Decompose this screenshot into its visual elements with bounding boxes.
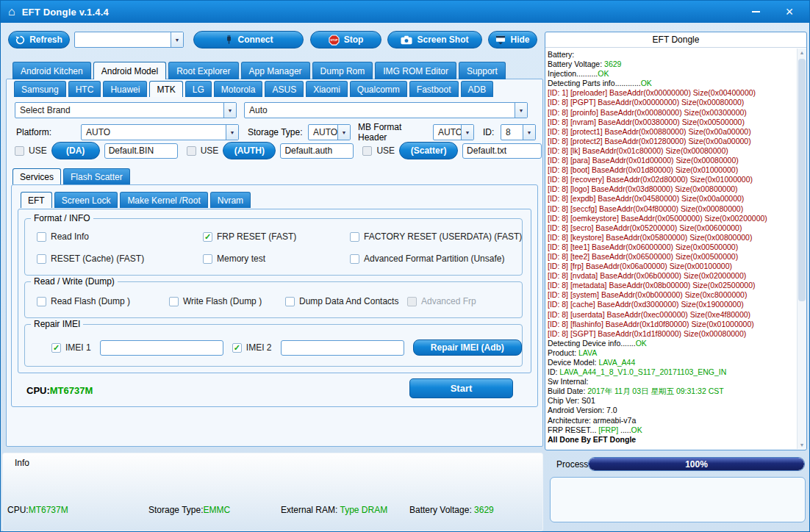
checkbox-frp-reset-fast[interactable]: ✓ (203, 232, 212, 242)
da-file-input[interactable] (104, 143, 178, 159)
tab-support[interactable]: Support (459, 62, 506, 79)
use-label: USE (201, 145, 219, 156)
minimize-button[interactable] (749, 5, 762, 18)
chevron-down-icon[interactable]: ▼ (523, 125, 535, 140)
auth-file-input[interactable] (280, 143, 354, 159)
use-scatter-checkbox-cell[interactable]: USE (362, 145, 395, 156)
scatter-button[interactable]: (Scatter) (399, 142, 458, 159)
tab-services[interactable]: Services (12, 168, 61, 184)
tab-screen-lock[interactable]: Screen Lock (54, 192, 118, 208)
model-select[interactable]: Auto ▼ (244, 102, 528, 118)
auth-button[interactable]: (AUTH) (223, 142, 276, 159)
id-label: ID: (483, 127, 501, 137)
checkbox-read-flash-dump[interactable] (37, 297, 46, 306)
da-button[interactable]: (DA) (51, 142, 100, 159)
repair-imei-adb-button[interactable]: Repair IMEI (Adb) (413, 339, 522, 356)
use-da-checkbox[interactable] (15, 146, 24, 156)
checkbox-item-factory-reset-userdata-fast[interactable]: FACTORY RESET (USERDATA) (FAST) (350, 231, 522, 242)
start-button[interactable]: Start (409, 378, 513, 398)
checkbox-read-info[interactable] (37, 232, 46, 242)
checkbox-advanced-format-partition-unsafe[interactable] (350, 254, 359, 264)
tab-samsung[interactable]: Samsung (14, 81, 66, 97)
imei2-checkbox-cell[interactable]: ✓ IMEI 2 (232, 342, 272, 353)
use-scatter-checkbox[interactable] (362, 146, 372, 156)
storage-type-select[interactable]: AUTO ▼ (308, 124, 351, 140)
use-da-checkbox-cell[interactable]: USE (15, 145, 47, 156)
window-title: EFT Dongle v.1.4.4 (22, 7, 109, 18)
hide-button[interactable]: Hide (488, 31, 537, 48)
checkbox-item-dump-data-and-contacts[interactable]: Dump Data And Contacts (285, 296, 407, 306)
tab-adb[interactable]: ADB (461, 81, 494, 97)
checkbox-reset-cache-fast[interactable] (37, 254, 46, 264)
tab-eft[interactable]: EFT (21, 192, 52, 208)
tab-mtk[interactable]: MTK (149, 81, 182, 97)
tab-make-kernel-root[interactable]: Make Kernel /Root (120, 192, 207, 208)
imei1-checkbox[interactable]: ✓ (51, 343, 61, 353)
tab-qualcomm[interactable]: Qualcomm (350, 81, 407, 97)
tab-htc[interactable]: HTC (68, 81, 101, 97)
checkbox-item-advanced-format-partition-unsafe[interactable]: Advanced Format Partition (Unsafe) (350, 254, 522, 264)
screenshot-button-label: Screen Shot (417, 35, 468, 45)
id-select[interactable]: 8 ▼ (501, 124, 536, 140)
refresh-icon (15, 35, 25, 45)
tab-nvram[interactable]: Nvram (210, 192, 251, 208)
imei2-checkbox[interactable]: ✓ (232, 343, 242, 353)
checkbox-item-reset-cache-fast[interactable]: RESET (Cache) (FAST) (37, 254, 203, 264)
checkbox-item-read-info[interactable]: Read Info (37, 231, 203, 242)
tab-android-kitchen[interactable]: Android Kitchen (12, 62, 91, 79)
use-auth-checkbox-cell[interactable]: USE (187, 145, 219, 156)
tab-xiaomi[interactable]: Xiaomi (306, 81, 348, 97)
log-line: [ID: 8] [expdb] BaseAddr(0x04580000) Siz… (548, 194, 797, 204)
checkbox-item-advanced-frp[interactable]: Advanced Frp (407, 296, 522, 306)
imei2-input[interactable] (281, 340, 404, 356)
services-tabs: ServicesFlash Scatter (12, 168, 130, 184)
log-scrollbar[interactable]: ▲ ▼ (797, 48, 806, 449)
tab-img-rom-editor[interactable]: IMG ROM Editor (375, 62, 456, 79)
tab-root-explorer[interactable]: Root Explorer (168, 62, 238, 79)
chevron-down-icon[interactable]: ▼ (515, 103, 527, 118)
chevron-down-icon[interactable]: ▼ (171, 32, 183, 47)
refresh-button[interactable]: Refresh (8, 31, 70, 48)
checkbox-memory-test[interactable] (203, 254, 212, 264)
tab-flash-scatter[interactable]: Flash Scatter (63, 168, 130, 184)
tab-huawei[interactable]: Huawei (103, 81, 147, 97)
checkbox-dump-data-and-contacts[interactable] (285, 297, 295, 306)
chevron-down-icon[interactable]: ▼ (226, 125, 238, 140)
checkbox-item-frp-reset-fast[interactable]: ✓FRP RESET (FAST) (203, 231, 350, 242)
connect-button[interactable]: Connect (193, 31, 304, 48)
close-button[interactable]: × (783, 5, 796, 18)
checkbox-item-write-flash-dump[interactable]: Write Flash (Dump ) (169, 296, 285, 306)
mb-format-header-select[interactable]: AUTO ▼ (433, 124, 474, 140)
checkbox-item-read-flash-dump[interactable]: Read Flash (Dump ) (37, 296, 169, 306)
device-combo[interactable]: ▼ (74, 32, 184, 48)
brand-select[interactable]: Select Brand ▼ (15, 102, 237, 118)
chevron-down-icon[interactable]: ▼ (337, 125, 350, 140)
info-panel-title: Info (15, 458, 29, 468)
checkbox-advanced-frp[interactable] (407, 297, 417, 306)
tab-lg[interactable]: LG (185, 81, 212, 97)
stop-button[interactable]: STOP Stop (310, 31, 381, 48)
screenshot-button[interactable]: Screen Shot (387, 31, 482, 48)
scrollbar-thumb[interactable] (798, 59, 806, 301)
tab-android-model[interactable]: Android Model (93, 62, 166, 79)
checkbox-item-memory-test[interactable]: Memory test (203, 254, 350, 264)
imei1-input[interactable] (100, 340, 223, 356)
chevron-down-icon[interactable]: ▼ (461, 125, 473, 140)
info-cpu: CPU:MT6737M (7, 505, 68, 515)
use-auth-checkbox[interactable] (187, 146, 196, 156)
scroll-up-icon[interactable]: ▲ (798, 50, 806, 55)
scroll-down-icon[interactable]: ▼ (798, 442, 806, 447)
scatter-file-input[interactable] (462, 143, 542, 159)
tab-motorola[interactable]: Motorola (214, 81, 263, 97)
tab-app-manager[interactable]: App Manager (241, 62, 310, 79)
tab-dump-rom[interactable]: Dump Rom (312, 62, 373, 79)
checkbox-factory-reset-userdata-fast[interactable] (350, 232, 359, 242)
tab-fastboot[interactable]: Fastboot (409, 81, 459, 97)
imei1-checkbox-cell[interactable]: ✓ IMEI 1 (51, 342, 91, 353)
repair-imei-group-title: Repair IMEI (31, 319, 83, 329)
chevron-down-icon[interactable]: ▼ (223, 103, 236, 118)
log-line: [ID: 8] [boot] BaseAddr(0x01d80000) Size… (548, 165, 797, 175)
checkbox-write-flash-dump[interactable] (169, 297, 179, 306)
platform-select[interactable]: AUTO ▼ (81, 124, 239, 140)
tab-asus[interactable]: ASUS (265, 81, 304, 97)
